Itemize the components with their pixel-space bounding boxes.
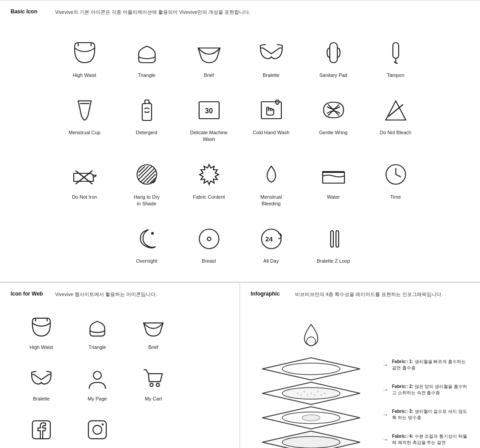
my-cart-icon bbox=[140, 365, 167, 392]
cold-hand-wash-icon bbox=[256, 95, 287, 126]
svg-rect-39 bbox=[336, 231, 339, 247]
web-brief-icon bbox=[140, 314, 167, 340]
web-icon-my-page: My Page bbox=[73, 365, 122, 402]
web-bralette-label: Bralette bbox=[33, 396, 50, 402]
web-triangle-icon bbox=[84, 314, 111, 340]
brief-icon bbox=[193, 37, 224, 68]
svg-rect-38 bbox=[331, 231, 333, 247]
svg-point-46 bbox=[93, 371, 101, 379]
icon-sanitary-pad: Sanitary Pad bbox=[307, 37, 360, 79]
hang-to-dry-label: Hang to Dryin Shade bbox=[134, 194, 160, 208]
icon-for-web-desc: Vivevive 웹사이트에서 활용하는 아이콘입니다. bbox=[55, 291, 157, 298]
arrow-1: → bbox=[382, 361, 388, 370]
web-icon-brief: Brief bbox=[129, 314, 178, 351]
delicate-machine-wash-label: Delicate MachineWash bbox=[190, 129, 228, 143]
breast-label: Breast bbox=[202, 258, 216, 264]
web-icon-my-cart: My Cart bbox=[129, 365, 178, 402]
high-waist-icon bbox=[69, 37, 100, 68]
icon-water: Water bbox=[307, 159, 360, 208]
icon-high-waist: High Waist bbox=[58, 37, 111, 79]
web-icon-facebook: Facebook bbox=[17, 416, 66, 448]
bralette-label: Bralette bbox=[263, 72, 280, 79]
gentle-wring-label: Gentle Wring bbox=[319, 129, 348, 136]
basic-icon-grid: High Waist Triangle Brief bbox=[0, 20, 480, 282]
fabric-content-icon bbox=[193, 159, 224, 190]
icon-for-web-header: Icon for Web Vivevive 웹사이트에서 활용하는 아이콘입니다… bbox=[0, 283, 240, 303]
icon-for-web-label: Icon for Web bbox=[11, 291, 55, 297]
my-page-icon bbox=[84, 365, 111, 392]
overnight-icon bbox=[131, 223, 162, 254]
do-not-iron-icon bbox=[69, 159, 100, 190]
web-bralette-icon bbox=[28, 365, 55, 392]
high-waist-label: High Waist bbox=[73, 72, 96, 79]
time-label: Time bbox=[390, 194, 401, 200]
svg-line-32 bbox=[396, 175, 401, 177]
overnight-label: Overnight bbox=[136, 258, 157, 264]
fabric-layer-1: → Fabric□ 1: 생리혈을 빠르게 흡수하는 겉면 흡수층 bbox=[382, 359, 471, 371]
svg-point-53 bbox=[307, 337, 316, 346]
do-not-bleach-icon bbox=[380, 95, 411, 126]
basic-icon-label: Basic Icon bbox=[11, 8, 55, 15]
svg-line-5 bbox=[277, 44, 282, 45]
instagram-icon bbox=[84, 416, 111, 443]
menstrual-cup-icon bbox=[69, 95, 100, 126]
detergent-label: Detergent bbox=[136, 129, 157, 136]
infographic-desc: 비브비브만의 4층 특수성을 레이어드를 표현하는 인포그래픽입니다. bbox=[295, 291, 443, 298]
svg-point-60 bbox=[310, 392, 312, 394]
svg-point-63 bbox=[300, 394, 302, 396]
arrow-3: → bbox=[382, 411, 388, 420]
web-icon-grid: High Waist Triangle bbox=[0, 302, 240, 448]
svg-text:30: 30 bbox=[205, 107, 213, 115]
icon-for-web-section: Icon for Web Vivevive 웹사이트에서 활용하는 아이콘입니다… bbox=[0, 283, 240, 448]
my-cart-label: My Cart bbox=[145, 396, 162, 402]
web-icon-bralette: Bralette bbox=[17, 365, 66, 402]
icon-bralette-z-loop: Bralette Z Loop bbox=[307, 223, 360, 264]
facebook-icon bbox=[28, 416, 55, 443]
bralette-z-loop-label: Bralette Z Loop bbox=[316, 258, 350, 264]
svg-point-33 bbox=[151, 232, 154, 235]
fabric-layer-2: → Fabric□ 2: 많은 양의 생리혈을 흡수하고 소취하는 속면 흡수층 bbox=[382, 384, 471, 396]
fabric-2-text: Fabric□ 2: 많은 양의 생리혈을 흡수하고 소취하는 속면 흡수층 bbox=[392, 384, 471, 396]
infographic-section: Infographic 비브비브만의 4층 특수성을 레이어드를 표현하는 인포… bbox=[240, 283, 480, 448]
svg-point-35 bbox=[207, 237, 211, 240]
web-icon-instagram: Instagram bbox=[73, 416, 122, 448]
icon-time: Time bbox=[369, 159, 422, 208]
breast-icon bbox=[193, 223, 224, 254]
web-triangle-label: Triangle bbox=[88, 344, 106, 351]
infographic-wrapper: → Fabric□ 1: 생리혈을 빠르게 흡수하는 겉면 흡수층 → Fabr… bbox=[249, 307, 471, 448]
basic-icon-header: Basic Icon Vivevive의 기본 아이콘은 각종 어플리케이션에 … bbox=[0, 0, 480, 20]
fabric-layer-3: → Fabric□ 3: 생리혈이 겉으로 새지 않도록 하는 방수층 bbox=[382, 408, 471, 421]
svg-point-55 bbox=[282, 363, 340, 375]
sanitary-pad-icon bbox=[318, 37, 349, 68]
bralette-icon bbox=[256, 37, 287, 68]
svg-rect-50 bbox=[88, 421, 106, 439]
icon-do-not-bleach: Do Not Bleach bbox=[369, 95, 422, 143]
svg-line-21 bbox=[139, 166, 141, 169]
delicate-machine-wash-icon: 30 bbox=[193, 95, 224, 126]
svg-point-47 bbox=[150, 383, 153, 386]
fabric-labels: → Fabric□ 1: 생리혈을 빠르게 흡수하는 겉면 흡수층 → Fabr… bbox=[382, 336, 471, 446]
sanitary-pad-label: Sanitary Pad bbox=[320, 72, 348, 79]
svg-point-62 bbox=[324, 392, 325, 394]
all-day-icon: 24 bbox=[256, 223, 287, 254]
web-high-waist-label: High Waist bbox=[30, 344, 53, 351]
layers-svg bbox=[249, 311, 373, 448]
svg-rect-7 bbox=[393, 43, 399, 58]
water-label: Water bbox=[327, 194, 340, 200]
icon-hang-to-dry: Hang to Dryin Shade bbox=[120, 159, 173, 208]
water-icon bbox=[318, 159, 349, 190]
icon-all-day: 24 All Day bbox=[244, 223, 298, 264]
svg-line-22 bbox=[139, 166, 145, 172]
bottom-sections: Icon for Web Vivevive 웹사이트에서 활용하는 아이콘입니다… bbox=[0, 282, 480, 448]
my-page-label: My Page bbox=[88, 396, 107, 402]
svg-line-45 bbox=[46, 371, 51, 372]
web-icon-triangle: Triangle bbox=[73, 314, 122, 351]
svg-text:24: 24 bbox=[265, 235, 273, 243]
infographic-visual: → Fabric□ 1: 생리혈을 빠르게 흡수하는 겉면 흡수층 → Fabr… bbox=[240, 302, 480, 448]
fabric-layer-4: → Fabric□ 4: 수분 조절과 통기성이 탁월해 쾌적한 촉감을 주는 … bbox=[382, 433, 471, 446]
icon-detergent: Detergent bbox=[120, 95, 173, 143]
web-high-waist-icon bbox=[28, 314, 55, 340]
infographic-header: Infographic 비브비브만의 4층 특수성을 레이어드를 표현하는 인포… bbox=[240, 283, 480, 303]
do-not-iron-label: Do Not Iron bbox=[72, 194, 97, 200]
svg-line-44 bbox=[32, 371, 36, 372]
